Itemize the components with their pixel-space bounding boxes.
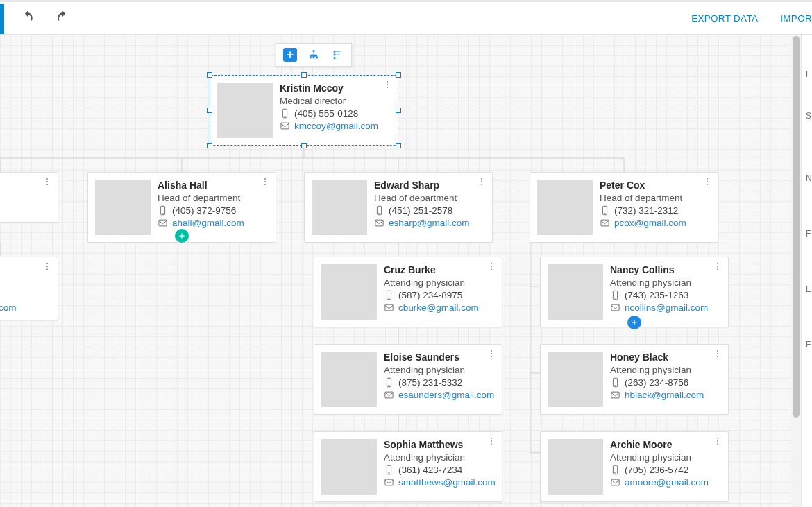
node-email[interactable]: amoore@gmail.com	[625, 477, 709, 488]
node-email[interactable]: ahall@gmail.com	[172, 218, 244, 228]
node-phone: (743) 235-1263	[625, 290, 688, 300]
svg-point-24	[264, 184, 266, 185]
node-email[interactable]: kmccoy@gmail.com	[294, 121, 378, 131]
node-name: Honey Black	[610, 352, 704, 363]
hierarchy-vertical-button[interactable]	[307, 48, 321, 62]
svg-point-53	[491, 353, 492, 354]
svg-point-41	[491, 266, 492, 267]
more-vertical-icon	[713, 436, 722, 446]
svg-rect-57	[611, 392, 619, 398]
svg-point-12	[387, 87, 388, 88]
vertical-scrollbar[interactable]	[791, 35, 801, 507]
node-email[interactable]: esaunders@gmail.com	[398, 390, 494, 400]
svg-rect-3	[316, 57, 318, 59]
node-cruz-burke[interactable]: Cruz Burke Attending physician (587) 234…	[314, 257, 502, 327]
svg-rect-69	[611, 479, 619, 485]
node-partial-physician[interactable]: ders cian 736 gmail.com	[0, 257, 58, 320]
svg-point-47	[717, 266, 718, 267]
svg-point-42	[491, 268, 492, 270]
add-child-button[interactable]	[175, 229, 189, 243]
node-role: Head of department	[374, 193, 470, 203]
node-email[interactable]: cburke@gmail.com	[398, 302, 479, 313]
avatar	[548, 264, 603, 320]
email-icon	[280, 121, 290, 131]
export-data-button[interactable]: EXPORT DATA	[691, 13, 758, 24]
svg-rect-27	[375, 220, 383, 226]
avatar	[537, 180, 593, 235]
node-edward-sharp[interactable]: Edward Sharp Head of department (451) 25…	[304, 172, 493, 243]
scrollbar-thumb[interactable]	[793, 36, 800, 418]
node-phone: (875) 231-5332	[398, 377, 462, 388]
node-honey-black[interactable]: Honey Black Attending physician (263) 23…	[540, 344, 729, 415]
panel-label-letter: F	[806, 340, 811, 350]
redo-button[interactable]	[56, 10, 69, 27]
more-vertical-icon	[487, 349, 496, 359]
email-icon	[384, 477, 394, 488]
more-vertical-icon	[260, 177, 270, 187]
node-more-menu[interactable]	[487, 261, 496, 274]
node-partial-dept-head[interactable]: ment 372 il.com	[0, 172, 58, 223]
node-role: Head of department	[600, 193, 686, 203]
svg-point-72	[717, 443, 718, 445]
node-email[interactable]: pcox@gmail.com	[614, 218, 686, 228]
svg-point-60	[717, 356, 718, 357]
node-kristin-mccoy[interactable]: Kristin Mccoy Medical director (405) 555…	[210, 75, 398, 146]
node-more-menu[interactable]	[42, 261, 52, 274]
active-main-tab-indicator[interactable]	[0, 4, 4, 34]
email-icon	[384, 302, 394, 313]
avatar	[321, 264, 377, 320]
node-email-suffix[interactable]: gmail.com	[0, 302, 17, 313]
phone-icon	[158, 205, 168, 216]
svg-rect-21	[159, 220, 167, 226]
more-vertical-icon	[713, 261, 722, 271]
node-email[interactable]: smatthews@gmail.com	[398, 477, 496, 488]
svg-rect-5	[334, 54, 336, 56]
svg-rect-0	[313, 50, 315, 52]
node-role: Attending physician	[384, 365, 494, 375]
phone-icon	[610, 290, 620, 300]
svg-point-65	[491, 440, 492, 442]
plus-icon	[630, 318, 638, 327]
node-more-menu[interactable]	[713, 349, 722, 361]
more-vertical-icon	[713, 349, 722, 359]
panel-label-letter: E	[806, 284, 811, 294]
node-role: Attending physician	[384, 277, 479, 288]
svg-rect-39	[385, 304, 393, 311]
node-more-menu[interactable]	[382, 80, 392, 92]
email-icon	[610, 302, 620, 313]
node-more-menu[interactable]	[713, 261, 722, 274]
svg-point-13	[46, 178, 48, 180]
node-archie-moore[interactable]: Archie Moore Attending physician (705) 2…	[540, 431, 729, 502]
more-vertical-icon	[487, 261, 496, 271]
node-peter-cox[interactable]: Peter Cox Head of department (732) 321-2…	[530, 172, 718, 243]
email-icon	[610, 477, 620, 488]
node-more-menu[interactable]	[260, 177, 270, 189]
node-eloise-saunders[interactable]: Eloise Saunders Attending physician (875…	[314, 344, 502, 415]
add-child-button[interactable]	[283, 48, 297, 62]
svg-point-36	[707, 184, 708, 185]
email-icon	[158, 218, 168, 228]
hierarchy-alt-button[interactable]	[330, 48, 344, 62]
node-email[interactable]: esharp@gmail.com	[389, 218, 470, 228]
node-more-menu[interactable]	[702, 177, 712, 189]
node-more-menu[interactable]	[713, 436, 722, 449]
add-child-button[interactable]	[627, 316, 641, 329]
node-role: Attending physician	[610, 365, 704, 375]
node-role: Head of department	[158, 193, 244, 203]
plus-icon	[178, 232, 186, 240]
undo-icon	[21, 10, 35, 24]
node-sophia-matthews[interactable]: Sophia Matthews Attending physician (361…	[314, 431, 502, 502]
import-data-button[interactable]: IMPOR	[780, 13, 812, 24]
node-more-menu[interactable]	[477, 177, 487, 189]
org-chart-canvas[interactable]: Kristin Mccoy Medical director (405) 555…	[0, 35, 797, 507]
node-name: Eloise Saunders	[384, 352, 494, 363]
email-icon	[384, 390, 394, 400]
svg-point-48	[717, 268, 718, 270]
undo-button[interactable]	[21, 10, 35, 27]
node-email[interactable]: hblack@gmail.com	[625, 390, 704, 400]
node-more-menu[interactable]	[487, 349, 496, 361]
panel-label-letter: F	[806, 69, 811, 79]
node-more-menu[interactable]	[42, 177, 52, 189]
node-email[interactable]: ncollins@gmail.com	[625, 302, 708, 313]
node-more-menu[interactable]	[487, 436, 496, 449]
